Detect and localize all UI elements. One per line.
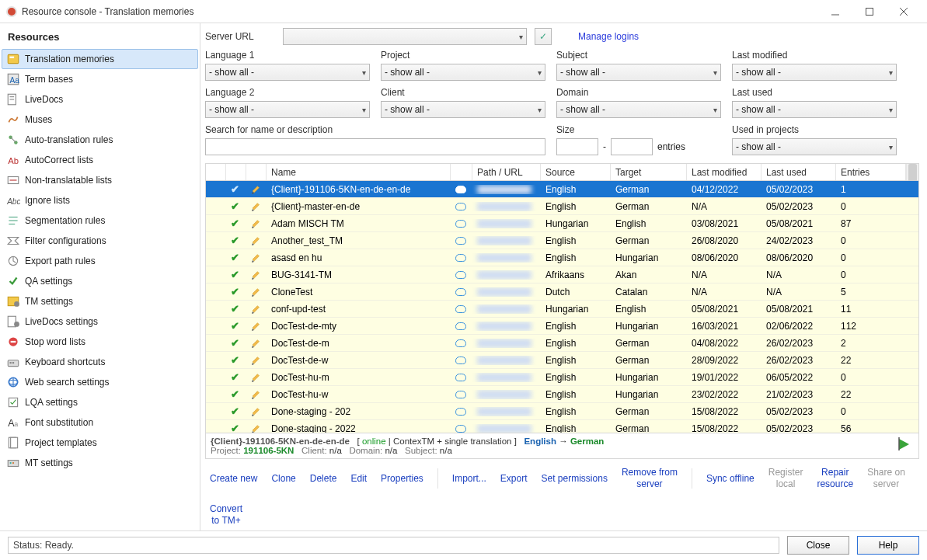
detail-target-lang: German: [570, 437, 604, 446]
remove-from-server-button[interactable]: Remove from server: [622, 467, 678, 489]
cloud-icon: [451, 305, 472, 313]
table-row[interactable]: ✔Adam MISCH TMHungarianEnglish03/08/2021…: [206, 215, 918, 232]
table-row[interactable]: ✔conf-upd-testHungarianEnglish05/08/2021…: [206, 301, 918, 318]
import-button[interactable]: Import...: [452, 473, 486, 484]
cell-source: English: [541, 338, 611, 349]
svg-rect-4: [8, 54, 19, 63]
project-select[interactable]: - show all -▾: [381, 64, 545, 81]
close-window-button[interactable]: Close: [787, 536, 849, 555]
sidebar-item-web-search-settings[interactable]: Web search settings: [2, 372, 198, 392]
language2-select[interactable]: - show all -▾: [205, 101, 370, 118]
sidebar-item-stop-word-lists[interactable]: Stop word lists: [2, 332, 198, 352]
domain-select[interactable]: - show all -▾: [556, 101, 721, 118]
sidebar-item-font-substitution[interactable]: AaFont substitution: [2, 412, 198, 433]
sidebar-item-export-path-rules[interactable]: Export path rules: [2, 251, 198, 271]
sidebar-item-autocorrect-lists[interactable]: AbAutoCorrect lists: [2, 150, 198, 170]
convert-to-tmplus-button[interactable]: Convert to TM+: [210, 503, 242, 526]
sidebar-item-translation-memories[interactable]: Translation memories: [2, 49, 198, 69]
table-row[interactable]: ✔{Client}-191106-5KN-en-de-en-deEnglishG…: [206, 181, 918, 198]
col-source[interactable]: Source: [541, 164, 611, 180]
sidebar-item-auto-translation-rules[interactable]: Auto-translation rules: [2, 130, 198, 150]
cell-last-used: 24/02/2023: [761, 235, 836, 246]
check-icon: ✔: [231, 183, 239, 195]
properties-button[interactable]: Properties: [381, 473, 423, 484]
table-row[interactable]: ✔Done-staging - 202EnglishGerman15/08/20…: [206, 403, 918, 420]
client-select[interactable]: - show all -▾: [381, 101, 545, 118]
sidebar-item-livedocs-settings[interactable]: LiveDocs settings: [2, 311, 198, 332]
sidebar-item-muses[interactable]: Muses: [2, 110, 198, 130]
table-row[interactable]: ✔asasd en huEnglishHungarian08/06/202008…: [206, 249, 918, 266]
edit-icon: [246, 218, 267, 229]
search-input[interactable]: [205, 138, 545, 155]
table-row[interactable]: ✔DocTest-de-mEnglishGerman04/08/202226/0…: [206, 335, 918, 352]
minimize-button[interactable]: [818, 1, 852, 23]
table-row[interactable]: ✔Done-staging - 2022EnglishGerman15/08/2…: [206, 420, 918, 433]
edit-icon: [246, 201, 267, 212]
create-new-button[interactable]: Create new: [210, 473, 257, 484]
sidebar-item-icon: Abc: [6, 193, 20, 207]
col-entries[interactable]: Entries: [836, 164, 906, 180]
col-last-used[interactable]: Last used: [761, 164, 836, 180]
table-row[interactable]: ✔DocTest-hu-wEnglishHungarian23/02/20222…: [206, 386, 918, 403]
cell-path: [472, 339, 541, 348]
col-last-modified[interactable]: Last modified: [687, 164, 761, 180]
sidebar-heading: Resources: [2, 26, 198, 49]
export-button[interactable]: Export: [500, 473, 528, 484]
chevron-down-icon: ▾: [519, 33, 523, 41]
sidebar-item-filter-configurations[interactable]: Filter configurations: [2, 231, 198, 251]
sidebar-item-project-templates[interactable]: Project templates: [2, 433, 198, 453]
language1-select[interactable]: - show all -▾: [205, 64, 370, 81]
set-permissions-button[interactable]: Set permissions: [542, 473, 608, 484]
last-used-select[interactable]: - show all -▾: [732, 101, 897, 118]
close-button[interactable]: [887, 1, 921, 23]
share-on-server-button[interactable]: Share on server: [867, 467, 905, 489]
repair-resource-button[interactable]: Repair resource: [817, 467, 853, 489]
table-row[interactable]: ✔CloneTestDutchCatalanN/AN/A5: [206, 283, 918, 301]
size-max-input[interactable]: [611, 138, 653, 155]
sidebar-item-term-bases[interactable]: AaTerm bases: [2, 69, 198, 89]
maximize-button[interactable]: [852, 1, 887, 23]
sidebar-item-non-translatable-lists[interactable]: Non-translatable lists: [2, 170, 198, 190]
table-row[interactable]: ✔BUG-3141-TMAfrikaansAkanN/AN/A0: [206, 266, 918, 283]
col-path[interactable]: Path / URL: [472, 164, 541, 180]
col-name[interactable]: Name: [267, 164, 451, 180]
cell-entries: 2: [836, 338, 918, 349]
cell-path: [472, 390, 541, 399]
server-url-confirm-button[interactable]: ✓: [535, 28, 552, 45]
server-url-select[interactable]: ▾: [283, 28, 527, 45]
sync-offline-button[interactable]: Sync offline: [706, 473, 754, 484]
last-modified-select[interactable]: - show all -▾: [732, 64, 897, 81]
sidebar-item-mt-settings[interactable]: MT settings: [2, 453, 198, 473]
used-in-projects-select[interactable]: - show all -▾: [732, 138, 897, 155]
sidebar-item-livedocs[interactable]: LiveDocs: [2, 89, 198, 110]
manage-logins-link[interactable]: Manage logins: [578, 31, 639, 42]
edit-button[interactable]: Edit: [350, 473, 367, 484]
help-button[interactable]: Help: [857, 536, 919, 555]
table-row[interactable]: ✔DocTest-de-wEnglishGerman28/09/202226/0…: [206, 352, 918, 369]
table-row[interactable]: ✔DocTest-hu-mEnglishHungarian19/01/20220…: [206, 369, 918, 386]
edit-icon: [246, 423, 267, 433]
size-min-input[interactable]: [556, 138, 598, 155]
sidebar-item-qa-settings[interactable]: QA settings: [2, 271, 198, 291]
detail-domain: n/a: [385, 446, 397, 455]
sidebar-item-label: Stop word lists: [25, 336, 85, 347]
chevron-down-icon: ▾: [362, 106, 366, 114]
delete-button[interactable]: Delete: [310, 473, 337, 484]
sidebar-item-ignore-lists[interactable]: AbcIgnore lists: [2, 190, 198, 210]
clone-button[interactable]: Clone: [271, 473, 295, 484]
sidebar-item-segmentation-rules[interactable]: Segmentation rules: [2, 210, 198, 231]
cell-target: German: [611, 355, 687, 366]
check-icon: ✔: [231, 423, 239, 433]
subject-select[interactable]: - show all -▾: [556, 64, 721, 81]
table-row[interactable]: ✔DocTest-de-mtyEnglishHungarian16/03/202…: [206, 318, 918, 335]
sidebar-item-lqa-settings[interactable]: LQA settings: [2, 392, 198, 412]
table-row[interactable]: ✔{Client}-master-en-deEnglishGermanN/A05…: [206, 198, 918, 215]
chevron-down-icon: ▾: [362, 68, 366, 77]
cell-target: English: [611, 304, 687, 315]
sidebar-item-keyboard-shortcuts[interactable]: Keyboard shortcuts: [2, 352, 198, 372]
register-local-button[interactable]: Register local: [768, 467, 803, 489]
col-target[interactable]: Target: [611, 164, 687, 180]
table-row[interactable]: ✔Another_test_TMEnglishGerman26/08/20202…: [206, 232, 918, 249]
sidebar-item-tm-settings[interactable]: TM settings: [2, 291, 198, 311]
vertical-scrollbar[interactable]: [906, 164, 918, 180]
